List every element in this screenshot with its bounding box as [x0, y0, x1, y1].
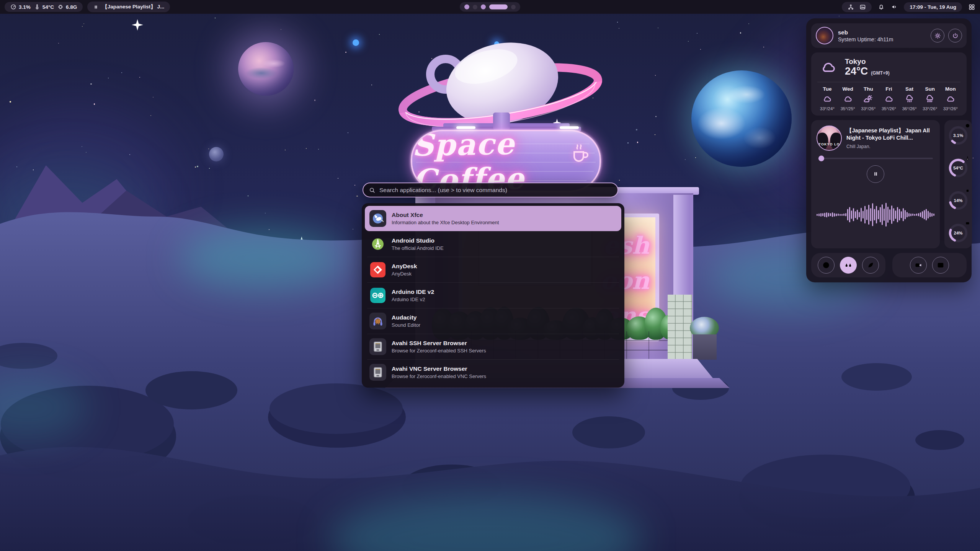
- audacity-app-icon: [369, 313, 386, 329]
- user-card: seb System Uptime: 4h11m: [811, 23, 967, 48]
- app-name: About Xfce: [392, 212, 499, 218]
- waveform-bar: [868, 205, 869, 225]
- rain-icon: [905, 94, 915, 104]
- workspace-dot-5[interactable]: [511, 5, 516, 9]
- waveform-bar: [916, 214, 917, 216]
- anydesk-app-icon: [369, 261, 386, 278]
- gauge-thermometer: 54°C: [947, 156, 970, 179]
- workspace-dot-2[interactable]: [473, 5, 477, 9]
- app-description: Information about the Xfce Desktop Envir…: [392, 220, 499, 225]
- chip-icon: [57, 4, 64, 10]
- app-description: Browse for Zeroconf-enabled SSH Servers: [392, 348, 486, 354]
- waveform-bar: [906, 212, 908, 217]
- clock-label: 17:09 - Tue, 19 Aug: [910, 4, 956, 10]
- thermometer-icon: [965, 155, 970, 161]
- app-name: Arduino IDE v2: [392, 289, 434, 295]
- app-list-item[interactable]: AudacitySound Editor: [365, 308, 621, 334]
- forecast-day-tue: Tue33°/24°: [817, 86, 837, 111]
- app-list-item[interactable]: Android StudioThe official Android IDE: [365, 231, 621, 257]
- mode-scales-button[interactable]: [840, 257, 857, 274]
- app-list-item[interactable]: Avahi VNC Server BrowserBrowse for Zeroc…: [365, 360, 621, 385]
- disk-icon: [965, 220, 970, 226]
- apps-grid-icon[interactable]: [968, 3, 975, 11]
- waveform-bar: [897, 207, 898, 222]
- audio-visualizer: [817, 187, 934, 243]
- forecast-day-wed: Wed35°/25°: [838, 86, 858, 111]
- waveform-bar: [926, 209, 927, 220]
- system-stats-pill[interactable]: 3.1%54°C6.8G: [5, 2, 83, 12]
- gauge-speedometer: 3.1%: [947, 124, 970, 147]
- waveform-bar: [818, 214, 820, 216]
- wallpaper-icon[interactable]: [859, 4, 866, 10]
- forecast-row: Tue33°/24°Wed35°/25°Thu33°/26°Fri35°/26°…: [817, 86, 960, 111]
- sign-lamp: [456, 126, 475, 129]
- gear-icon: [934, 32, 941, 39]
- waveform-bar: [845, 213, 846, 216]
- media-player-card: TOKYO LO 【Japanese Playlist】 Japan All N…: [811, 120, 940, 248]
- mode-leaf-button[interactable]: [862, 257, 879, 274]
- waveform-bar: [905, 210, 906, 219]
- forecast-day-fri: Fri35°/26°: [879, 86, 899, 111]
- track-subtitle: Chill Japan.: [846, 144, 934, 149]
- sign-lamp: [560, 126, 579, 129]
- top-bar-right: 17:09 - Tue, 19 Aug: [842, 2, 975, 12]
- sign-coffee-cup-icon: [569, 140, 590, 163]
- gauge-chip: 14%: [947, 189, 970, 212]
- waveform-bar: [872, 203, 873, 226]
- power-icon: [952, 32, 959, 39]
- play-pause-button[interactable]: [867, 165, 884, 183]
- weather-card: Tokyo 24°C (GMT+9) Tue33°/24°Wed35°/25°T…: [811, 52, 967, 116]
- workspace-dot-3[interactable]: [481, 5, 486, 10]
- launcher-search-bar[interactable]: [363, 183, 618, 197]
- mode-speedometer-button[interactable]: [818, 257, 835, 274]
- bell-icon[interactable]: [878, 3, 885, 10]
- waveform-bar: [864, 206, 866, 223]
- app-list-item[interactable]: AnyDeskAnyDesk: [365, 257, 621, 282]
- app-name: Avahi SSH Server Browser: [392, 340, 486, 347]
- app-name: Avahi VNC Server Browser: [392, 365, 486, 372]
- avatar[interactable]: [816, 27, 833, 44]
- androidstudio-app-icon: [369, 236, 386, 253]
- avahi-app-icon: [369, 364, 386, 381]
- suncloud-icon: [863, 94, 873, 104]
- weather-timezone: (GMT+9): [871, 71, 889, 76]
- app-list-item[interactable]: Avahi SSH Server BrowserBrowse for Zeroc…: [365, 334, 621, 359]
- volume-icon[interactable]: [891, 3, 898, 10]
- workspace-dot-1[interactable]: [464, 5, 469, 10]
- waveform-bar: [887, 207, 889, 223]
- settings-button[interactable]: [931, 29, 944, 42]
- capture-video-button[interactable]: [910, 257, 927, 274]
- capture-screenshot-button[interactable]: [932, 257, 949, 274]
- search-input[interactable]: [379, 187, 612, 194]
- app-description: Sound Editor: [392, 322, 420, 328]
- chip-icon: [965, 188, 970, 194]
- top-bar: 3.1%54°C6.8G 【Japanese Playlist】 J... 17…: [0, 0, 980, 14]
- weather-city: Tokyo: [845, 58, 890, 66]
- workspace-indicator[interactable]: [460, 2, 520, 12]
- waveform-bar: [876, 206, 877, 223]
- waveform-bar: [884, 209, 885, 221]
- waveform-bar: [914, 214, 915, 216]
- app-description: The official Android IDE: [392, 245, 444, 251]
- flower-pot: [693, 334, 717, 360]
- control-center-panel: seb System Uptime: 4h11m Tokyo 24°C (GMT…: [806, 18, 972, 282]
- media-pill-label: 【Japanese Playlist】 J...: [102, 3, 164, 10]
- album-art-text: TOKYO LO: [817, 142, 841, 146]
- power-button[interactable]: [948, 29, 962, 42]
- clock-pill[interactable]: 17:09 - Tue, 19 Aug: [904, 2, 962, 12]
- waveform-bar: [931, 213, 933, 217]
- media-pill[interactable]: 【Japanese Playlist】 J...: [87, 2, 170, 12]
- waveform-bar: [820, 213, 822, 217]
- network-icon[interactable]: [848, 4, 854, 10]
- waveform-bar: [891, 205, 892, 224]
- app-list-item[interactable]: Arduino IDE v2Arduino IDE v2: [365, 283, 621, 308]
- xfce-app-icon: [369, 210, 386, 227]
- album-art[interactable]: TOKYO LO: [817, 126, 842, 151]
- power-mode-card: [811, 253, 885, 277]
- waveform-bar: [870, 208, 871, 221]
- progress-handle[interactable]: [818, 155, 824, 161]
- system-tray-pill[interactable]: [842, 2, 872, 12]
- progress-bar[interactable]: [818, 158, 933, 159]
- app-list-item[interactable]: About XfceInformation about the Xfce Des…: [365, 206, 621, 231]
- workspace-dot-4[interactable]: [489, 5, 508, 10]
